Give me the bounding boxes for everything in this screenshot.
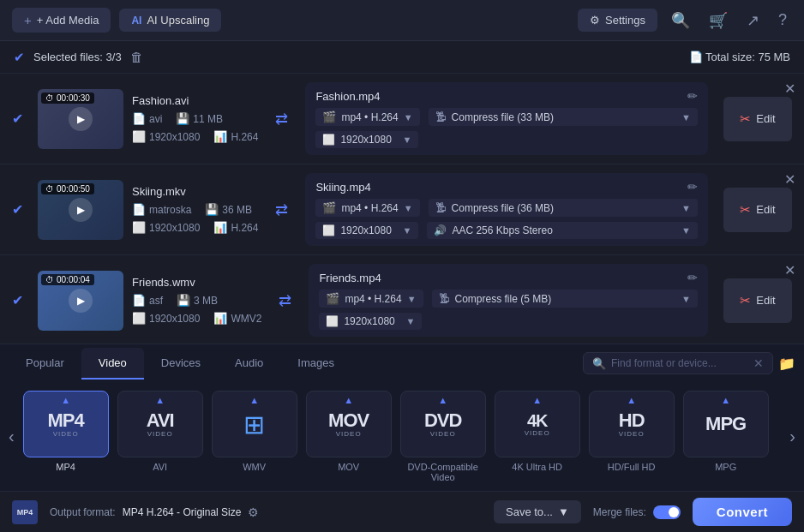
help-button[interactable]: ? [773, 8, 792, 33]
output-header-1: Fashion.mp4 ✏ [315, 89, 698, 103]
convert-button[interactable]: Convert [693, 498, 792, 526]
format-item-mov[interactable]: ▲ MOV VIDEO MOV [306, 391, 392, 482]
compress-dropdown-3[interactable]: ▼ [681, 294, 691, 304]
file-format-2: 📄matroska [132, 203, 191, 216]
tab-video[interactable]: Video [81, 348, 144, 380]
merge-files-toggle: Merge files: [593, 505, 681, 519]
folder-button[interactable]: 📁 [778, 356, 795, 372]
res-dropdown-1[interactable]: ▼ [403, 134, 412, 145]
close-file-2[interactable]: ✕ [784, 171, 795, 188]
format-icon-box-mov: ▲ MOV VIDEO [306, 391, 392, 457]
clear-search-icon[interactable]: ✕ [753, 356, 764, 370]
res-icon-3: ⬜ [326, 315, 339, 327]
output-res-tag-3[interactable]: ⬜ 1920x1080 ▼ [319, 313, 422, 330]
play-button-2[interactable]: ▶ [69, 198, 93, 222]
output-settings-icon[interactable]: ⚙ [248, 505, 259, 519]
share-button[interactable]: ↗ [741, 8, 765, 33]
settings-button[interactable]: ⚙ Settings [578, 9, 657, 32]
edit-filename-icon-2[interactable]: ✏ [687, 180, 698, 194]
nav-next-button[interactable]: › [781, 427, 804, 446]
output-res-tag-1[interactable]: ⬜ 1920x1080 ▼ [315, 131, 418, 148]
up-arrow-mp4: ▲ [61, 395, 70, 405]
output-format-thumb: MP4 [12, 500, 38, 524]
file-checkbox-1[interactable]: ✔ [12, 111, 29, 127]
settings-icon: ⚙ [590, 14, 600, 27]
format-search: 🔍 ✕ [583, 352, 773, 374]
output-format-tag-1[interactable]: 🎬 mp4 • H.264 ▼ [315, 108, 419, 126]
nav-prev-button[interactable]: ‹ [0, 427, 23, 446]
output-filename-3: Friends.mp4 [319, 272, 381, 284]
format-dropdown-1[interactable]: ▼ [404, 112, 413, 123]
format-item-mpg[interactable]: ▲ MPG MPG [683, 391, 769, 482]
file-checkbox-2[interactable]: ✔ [12, 201, 29, 218]
format-label-avi: AVI [153, 462, 167, 472]
toolbar-right: ⚙ Settings 🔍 🛒 ↗ ? [578, 8, 792, 33]
tab-images[interactable]: Images [280, 348, 351, 380]
edit-button-2[interactable]: ✂ Edit [723, 188, 792, 232]
compress-dropdown-2[interactable]: ▼ [681, 203, 691, 213]
search-icon: 🔍 [592, 357, 606, 370]
output-format-tag-2[interactable]: 🎬 mp4 • H.264 ▼ [315, 199, 419, 217]
format-item-mp4[interactable]: ▲ MP4 VIDEO MP4 [23, 391, 109, 482]
file-format-3: 📄asf [132, 294, 163, 307]
up-arrow-avi: ▲ [155, 395, 165, 405]
compress-tag-1[interactable]: 🗜 Compress file (33 MB) ▼ [429, 108, 698, 126]
format-item-wmv[interactable]: ▲ ⊞ WMV [212, 391, 297, 482]
format-item-avi[interactable]: ▲ AVI VIDEO AVI [117, 391, 203, 482]
play-button-3[interactable]: ▶ [69, 289, 93, 313]
file-codec-2: 📊H.264 [213, 221, 258, 234]
merge-toggle-switch[interactable] [653, 505, 681, 519]
edit-filename-icon-1[interactable]: ✏ [687, 89, 698, 103]
check-icon: ✔ [14, 50, 25, 65]
convert-arrow-1: ⇄ [275, 110, 288, 129]
edit-button-1[interactable]: ✂ Edit [723, 97, 792, 141]
delete-selected-icon[interactable]: 🗑 [130, 50, 143, 64]
output-header-2: Skiing.mp4 ✏ [315, 180, 698, 194]
save-to-button[interactable]: Save to... ▼ [494, 500, 581, 523]
format-dropdown-2[interactable]: ▼ [404, 203, 413, 213]
compress-dropdown-1[interactable]: ▼ [681, 112, 691, 123]
format-item-dvd[interactable]: ▲ DVD VIDEO DVD-Compatible Video [400, 391, 486, 482]
compress-tag-2[interactable]: 🗜 Compress file (36 MB) ▼ [429, 199, 698, 217]
add-media-button[interactable]: + + Add Media [12, 8, 111, 33]
format-icon-box-dvd: ▲ DVD VIDEO [400, 391, 486, 457]
close-file-1[interactable]: ✕ [784, 81, 795, 97]
tab-audio[interactable]: Audio [218, 348, 280, 380]
search-button[interactable]: 🔍 [666, 8, 695, 33]
edit-button-3[interactable]: ✂ Edit [723, 278, 792, 323]
output-row-2a: 🎬 mp4 • H.264 ▼ 🗜 Compress file (36 MB) … [315, 199, 698, 217]
output-res-tag-2[interactable]: ⬜ 1920x1080 ▼ [315, 222, 418, 239]
close-file-3[interactable]: ✕ [784, 262, 795, 278]
res-dropdown-3[interactable]: ▼ [406, 316, 416, 326]
ai-upscaling-button[interactable]: AI AI Upscaling [119, 9, 221, 32]
chevron-down-icon: ▼ [558, 505, 569, 518]
audio-tag-2[interactable]: 🔊 AAC 256 Kbps Stereo ▼ [427, 222, 698, 239]
file-format-1: 📄avi [132, 112, 162, 125]
format-item-4k[interactable]: ▲ 4K VIDEO 4K Ultra HD [495, 391, 580, 482]
tab-popular[interactable]: Popular [9, 348, 81, 380]
format-dropdown-3[interactable]: ▼ [407, 294, 417, 304]
output-row-3b: ⬜ 1920x1080 ▼ [319, 313, 698, 330]
play-button-1[interactable]: ▶ [69, 107, 93, 131]
search-icon: 🔍 [671, 12, 690, 29]
output-filename-1: Fashion.mp4 [315, 90, 380, 103]
format-icon-box-hd: ▲ HD VIDEO [589, 391, 675, 457]
compress-tag-3[interactable]: 🗜 Compress file (5 MB) ▼ [432, 290, 698, 308]
file-meta-row-3b: ⬜1920x1080 📊WMV2 [132, 312, 261, 325]
compress-icon-3: 🗜 [439, 292, 450, 305]
format-icon-3: 🎬 [326, 292, 339, 305]
output-format-tag-3[interactable]: 🎬 mp4 • H.264 ▼ [319, 290, 423, 308]
format-label-wmv: WMV [243, 462, 266, 472]
output-filename-2: Skiing.mp4 [315, 181, 370, 194]
file-checkbox-3[interactable]: ✔ [12, 292, 29, 308]
format-item-hd[interactable]: ▲ HD VIDEO HD/Full HD [589, 391, 675, 482]
format-label-hd: HD/Full HD [608, 462, 656, 472]
res-dropdown-2[interactable]: ▼ [403, 225, 412, 236]
audio-dropdown-2[interactable]: ▼ [681, 225, 691, 236]
cart-button[interactable]: 🛒 [704, 8, 733, 33]
output-panel-1: Fashion.mp4 ✏ 🎬 mp4 • H.264 ▼ 🗜 Compress… [305, 82, 708, 155]
edit-filename-icon-3[interactable]: ✏ [687, 271, 698, 284]
tab-devices[interactable]: Devices [144, 348, 218, 380]
format-search-input[interactable] [611, 357, 748, 369]
format-grid-wrap: ‹ ▲ MP4 VIDEO MP4 ▲ AVI VIDEO AVI [0, 382, 804, 491]
